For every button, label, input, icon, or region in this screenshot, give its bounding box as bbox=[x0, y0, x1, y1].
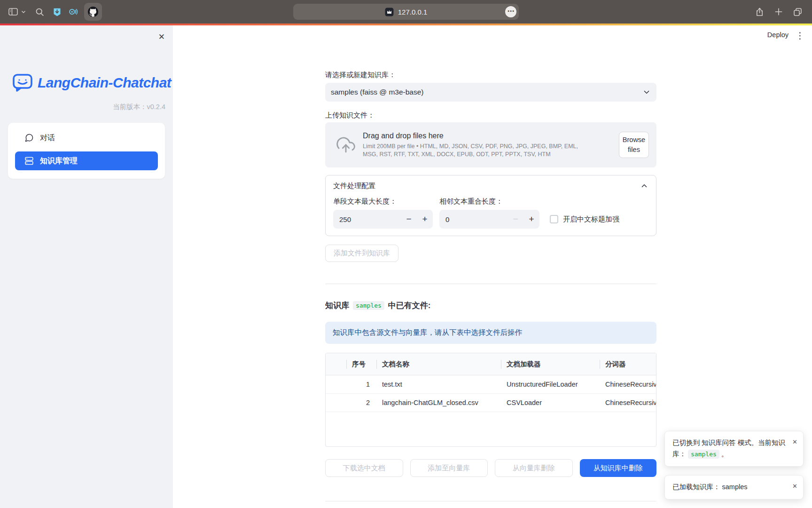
github-icon bbox=[88, 7, 98, 17]
pinned-tab-radio-icon[interactable] bbox=[68, 7, 78, 17]
sidebar: ✕ LangChain-Chatchat 当前版本：v0.2.4 对话 知识库管… bbox=[0, 25, 173, 508]
sidebar-item-label: 对话 bbox=[40, 133, 55, 143]
toast-text: 已加载知识库： samples bbox=[672, 483, 748, 491]
dropzone-title: Drag and drop files here bbox=[363, 132, 579, 140]
chunk-size-stepper[interactable]: 250 − + bbox=[333, 210, 433, 229]
chevron-up-icon bbox=[640, 182, 648, 190]
expander-title: 文件处理配置 bbox=[333, 182, 375, 190]
app-logo: LangChain-Chatchat bbox=[12, 72, 171, 93]
sidebar-item-label: 知识库管理 bbox=[40, 156, 78, 166]
knowledge-base-icon bbox=[24, 156, 34, 166]
cell-doc-name: langchain-ChatGLM_closed.csv bbox=[376, 399, 501, 406]
column-header[interactable]: 文档加载器 bbox=[501, 360, 600, 369]
decrement-button[interactable]: − bbox=[401, 214, 417, 224]
kb-name-code: samples bbox=[353, 301, 384, 310]
toast-kb-loaded: 已加载知识库： samples ✕ bbox=[664, 475, 804, 500]
deploy-button[interactable]: Deploy bbox=[767, 31, 789, 39]
sidebar-toggle-icon[interactable] bbox=[8, 6, 19, 17]
cell-splitter: ChineseRecursiveT bbox=[600, 399, 656, 406]
active-tab-github[interactable] bbox=[84, 3, 102, 21]
tab-overview-icon[interactable] bbox=[793, 7, 803, 17]
cell-loader: CSVLoader bbox=[501, 399, 600, 406]
close-icon[interactable]: ✕ bbox=[792, 481, 797, 491]
kb-files-heading: 知识库 samples 中已有文件: bbox=[325, 300, 430, 311]
browser-toolbar-left bbox=[8, 0, 102, 24]
chunk-size-label: 单段文本最大长度： bbox=[333, 197, 433, 206]
sidebar-menu: 对话 知识库管理 bbox=[8, 123, 165, 179]
delete-from-vectorstore-button[interactable]: 从向量库删除 bbox=[495, 459, 573, 477]
sidebar-item-kb-management[interactable]: 知识库管理 bbox=[15, 151, 158, 170]
chunk-overlap-value: 0 bbox=[439, 215, 508, 223]
cloud-upload-icon bbox=[336, 135, 355, 154]
checkbox-box[interactable] bbox=[550, 215, 558, 223]
app-logo-text: LangChain-Chatchat bbox=[38, 75, 171, 91]
chunk-overlap-label: 相邻文本重合长度： bbox=[439, 197, 539, 206]
upload-label: 上传知识文件： bbox=[325, 111, 375, 120]
chevron-down-icon[interactable] bbox=[21, 9, 26, 15]
checkbox-label: 开启中文标题加强 bbox=[563, 215, 619, 224]
chunk-size-value: 250 bbox=[333, 215, 401, 223]
expander-body: 单段文本最大长度： 相邻文本重合长度： 250 − + 0 − + bbox=[326, 196, 656, 229]
pinned-tab-bookmark-icon[interactable] bbox=[52, 7, 62, 17]
zh-title-enhance-checkbox[interactable]: 开启中文标题加强 bbox=[550, 215, 619, 224]
share-icon[interactable] bbox=[755, 7, 765, 17]
info-alert: 知识库中包含源文件与向量库，请从下表中选择文件后操作 bbox=[325, 322, 656, 344]
kb-select-label: 请选择或新建知识库： bbox=[325, 71, 396, 79]
table-header-row: 序号 文档名称 文档加载器 分词器 bbox=[326, 353, 656, 375]
cell-index: 1 bbox=[346, 381, 376, 388]
dropzone-text: Drag and drop files here Limit 200MB per… bbox=[363, 132, 579, 159]
decrement-button[interactable]: − bbox=[508, 214, 523, 224]
file-actions: 下载选中文档 添加至向量库 从向量库删除 从知识库中删除 bbox=[325, 459, 656, 477]
address-bar[interactable]: 127.0.0.1 ⋯ bbox=[293, 4, 519, 20]
browser-chrome: 127.0.0.1 ⋯ bbox=[0, 0, 812, 24]
table-row[interactable]: 2 langchain-ChatGLM_closed.csv CSVLoader… bbox=[326, 394, 656, 412]
divider bbox=[325, 501, 656, 501]
chunk-overlap-stepper[interactable]: 0 − + bbox=[439, 210, 539, 229]
file-config-expander: 文件处理配置 单段文本最大长度： 相邻文本重合长度： 250 − + bbox=[325, 175, 656, 236]
url-text: 127.0.0.1 bbox=[398, 8, 428, 16]
column-header[interactable]: 分词器 bbox=[600, 360, 656, 369]
chat-icon bbox=[24, 133, 34, 143]
kb-select[interactable]: samples (faiss @ m3e-base) bbox=[325, 83, 656, 102]
kb-heading-prefix: 知识库 bbox=[325, 300, 349, 311]
divider bbox=[325, 284, 656, 284]
cell-doc-name: test.txt bbox=[376, 381, 501, 388]
kebab-menu-icon[interactable]: ⋮ bbox=[796, 30, 804, 41]
kb-files-table: 序号 文档名称 文档加载器 分词器 1 test.txt Unstructure… bbox=[325, 353, 656, 447]
search-icon[interactable] bbox=[35, 7, 45, 17]
cell-splitter: ChineseRecursiveT bbox=[600, 381, 656, 388]
kb-select-value: samples (faiss @ m3e-base) bbox=[331, 88, 424, 96]
logo-chat-bubble-icon bbox=[12, 73, 33, 92]
site-favicon bbox=[385, 8, 394, 16]
page-content: 请选择或新建知识库： samples (faiss @ m3e-base) 上传… bbox=[325, 25, 656, 508]
kb-heading-suffix: 中已有文件: bbox=[388, 300, 431, 311]
expander-header[interactable]: 文件处理配置 bbox=[326, 175, 656, 196]
sidebar-item-dialogue[interactable]: 对话 bbox=[15, 127, 158, 148]
browse-files-button[interactable]: Browse files bbox=[619, 132, 649, 158]
new-tab-icon[interactable] bbox=[774, 7, 783, 16]
increment-button[interactable]: + bbox=[417, 214, 433, 224]
column-header[interactable]: 序号 bbox=[346, 360, 376, 369]
toast-text: 。 bbox=[721, 450, 728, 458]
kb-name-code: samples bbox=[688, 450, 719, 459]
cell-loader: UnstructuredFileLoader bbox=[501, 381, 600, 388]
increment-button[interactable]: + bbox=[523, 214, 539, 224]
table-row[interactable]: 1 test.txt UnstructuredFileLoader Chines… bbox=[326, 375, 656, 394]
dropzone-limit: Limit 200MB per file • HTML, MD, JSON, C… bbox=[363, 143, 579, 159]
info-alert-text: 知识库中包含源文件与向量库，请从下表中选择文件后操作 bbox=[333, 328, 522, 338]
add-to-vectorstore-button[interactable]: 添加至向量库 bbox=[410, 459, 488, 477]
browser-toolbar-right bbox=[755, 0, 803, 24]
column-header[interactable]: 文档名称 bbox=[376, 360, 501, 369]
file-dropzone[interactable]: Drag and drop files here Limit 200MB per… bbox=[325, 122, 656, 167]
add-files-to-kb-button[interactable]: 添加文件到知识库 bbox=[325, 245, 398, 262]
sidebar-close-button[interactable]: ✕ bbox=[158, 32, 165, 42]
download-selected-button[interactable]: 下载选中文档 bbox=[325, 459, 403, 477]
cell-index: 2 bbox=[346, 399, 376, 406]
page-settings-icon[interactable]: ⋯ bbox=[505, 6, 516, 17]
delete-from-kb-button[interactable]: 从知识库中删除 bbox=[580, 459, 657, 477]
toast-mode-switched: 已切换到 知识库问答 模式。当前知识库： samples 。 ✕ bbox=[664, 431, 804, 467]
close-icon[interactable]: ✕ bbox=[792, 437, 797, 447]
chevron-down-icon bbox=[642, 88, 651, 96]
app-version: 当前版本：v0.2.4 bbox=[113, 103, 165, 111]
